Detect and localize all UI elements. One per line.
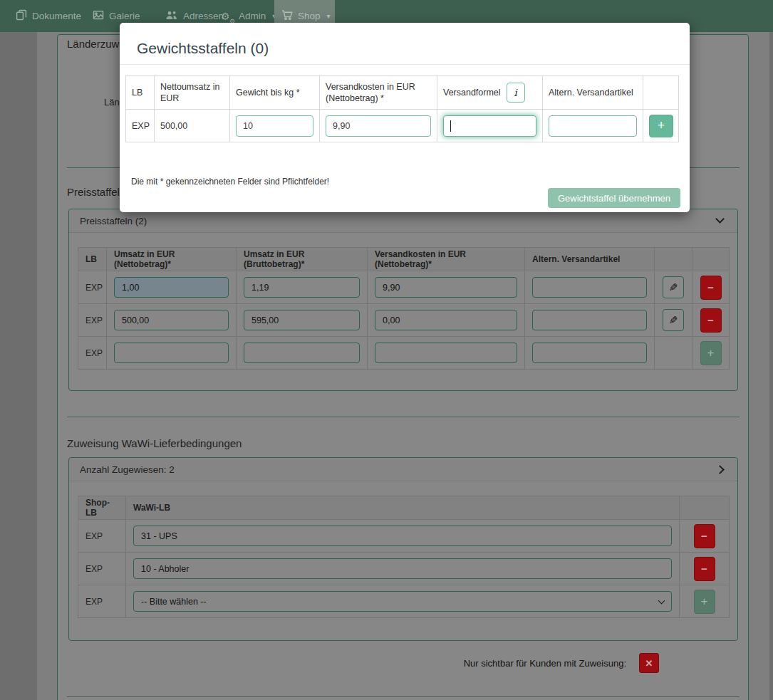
versandkosten-input[interactable] <box>375 343 517 363</box>
plus-icon: + <box>658 118 665 133</box>
wawi-accordion-header[interactable]: Anzahl Zugewiesen: 2 <box>69 458 737 481</box>
gallery-icon <box>93 9 104 23</box>
pencil-icon: ✎ <box>669 281 678 294</box>
col-header-remove <box>692 248 730 271</box>
table-row: EXP ✎ − <box>78 304 730 337</box>
info-icon: i <box>514 86 517 99</box>
altern-versandartikel-input[interactable] <box>532 310 647 330</box>
gears-icon: ⚙ ⚙ <box>221 10 234 23</box>
brutto-input[interactable] <box>244 343 360 363</box>
edit-button[interactable]: ✎ <box>663 276 684 298</box>
nav-item-label: Dokumente <box>32 11 81 21</box>
table-row: EXP + <box>78 337 730 370</box>
lb-cell: EXP <box>78 520 126 553</box>
visibility-label: Nur sichtbar für Kunden mit Zuweisung: <box>464 658 626 669</box>
x-icon: ✕ <box>645 658 653 669</box>
remove-row-button[interactable]: − <box>700 308 722 333</box>
preisstaffeln-table: LB Umsatz in EUR (Nettobetrag)* Umsatz i… <box>78 247 730 370</box>
versandkosten-input[interactable] <box>375 310 517 330</box>
gewichtsstaffeln-modal: Gewichtsstaffeln (0) LB Nettoumsatz in E… <box>120 23 690 212</box>
altern-versandartikel-input[interactable] <box>532 277 647 298</box>
altern-versandartikel-input[interactable] <box>532 343 647 363</box>
gewicht-input[interactable] <box>236 115 313 137</box>
wawi-heading: Zuweisung WaWi-Lieferbedingungen <box>67 437 242 449</box>
modal-title-divider <box>120 64 690 65</box>
divider <box>67 696 740 697</box>
col-header-altern: Altern. Versandartikel <box>543 76 643 110</box>
col-header-versandformel: Versandformel <box>443 87 501 98</box>
cart-icon <box>281 9 293 23</box>
remove-row-button[interactable]: − <box>694 524 715 548</box>
info-button[interactable]: i <box>507 83 525 103</box>
nav-item-label: Galerie <box>109 11 140 21</box>
wawi-lb-input[interactable] <box>133 558 672 579</box>
caret-down-icon: ▾ <box>327 12 331 20</box>
plus-icon: + <box>707 346 715 360</box>
col-header-edit <box>655 248 692 271</box>
col-header-lb: LB <box>126 76 155 110</box>
col-header-versand: Versandkosten in EUR (Nettobetrag)* <box>368 248 525 271</box>
documents-icon <box>16 9 27 23</box>
empty-cell <box>655 337 692 370</box>
users-icon <box>165 10 178 23</box>
visibility-row: Nur sichtbar für Kunden mit Zuweisung: ✕ <box>58 653 659 673</box>
table-row: EXP − <box>78 553 730 585</box>
wawi-card: Anzahl Zugewiesen: 2 Shop-LB WaWi-LB <box>68 457 738 641</box>
netto-input[interactable] <box>114 310 229 330</box>
minus-icon: − <box>707 281 714 293</box>
modal-title: Gewichtsstaffeln (0) <box>120 23 690 57</box>
minus-icon: − <box>707 314 714 326</box>
col-header-altern: Altern. Versandartikel <box>525 248 655 271</box>
lb-cell: EXP <box>78 271 107 304</box>
nav-item-label: Admin <box>239 11 266 21</box>
remove-row-button[interactable]: − <box>694 557 715 581</box>
lb-cell: EXP <box>78 553 126 585</box>
versandkosten-input[interactable] <box>326 115 431 137</box>
chevron-right-icon <box>715 465 725 474</box>
pencil-icon: ✎ <box>669 314 678 327</box>
lb-cell: EXP <box>126 110 155 142</box>
col-header-nettoumsatz: Nettoumsatz in EUR <box>155 76 230 110</box>
preisstaffeln-card: Preisstaffeln (2) LB Umsatz in EUR (Nett… <box>68 209 738 391</box>
text-cursor <box>450 120 451 132</box>
versandkosten-input[interactable] <box>375 277 517 298</box>
altern-versandartikel-input[interactable] <box>549 115 637 137</box>
chevron-down-icon <box>715 214 725 224</box>
lb-cell: EXP <box>78 337 107 370</box>
col-header-netto: Umsatz in EUR (Nettobetrag)* <box>107 248 237 271</box>
screen: Dokumente Galerie Adressen <box>0 0 773 700</box>
wawi-table: Shop-LB WaWi-LB EXP − EXP <box>78 496 730 618</box>
edit-button[interactable]: ✎ <box>663 309 684 331</box>
add-row-button[interactable]: + <box>700 341 722 365</box>
netto-input[interactable] <box>114 343 229 363</box>
netto-input[interactable] <box>114 277 229 298</box>
nav-item-label: Shop <box>298 11 321 21</box>
wawi-lb-input[interactable] <box>133 526 672 546</box>
table-row: EXP − <box>78 520 730 553</box>
nav-item-dokumente[interactable]: Dokumente <box>9 0 88 32</box>
preisstaffeln-accordion-header[interactable]: Preisstaffeln (2) <box>69 209 737 233</box>
versandformel-input[interactable] <box>443 115 536 137</box>
brutto-input[interactable] <box>244 277 360 298</box>
col-header-wawi-lb: WaWi-LB <box>126 496 680 520</box>
brutto-input[interactable] <box>244 310 360 330</box>
col-header-lb: LB <box>78 248 107 271</box>
chevron-down-icon <box>658 597 665 604</box>
add-row-button[interactable]: + <box>694 590 715 614</box>
lb-cell: EXP <box>78 585 126 618</box>
remove-row-button[interactable]: − <box>700 276 722 300</box>
plus-icon: + <box>701 595 708 609</box>
gewichtsstaffeln-table: LB Nettoumsatz in EUR Gewicht bis kg * V… <box>125 75 679 142</box>
wawi-lb-select[interactable]: -- Bitte wählen -- <box>133 591 672 612</box>
minus-icon: − <box>701 530 707 542</box>
visibility-toggle-button[interactable]: ✕ <box>639 653 659 673</box>
accordion-title: Preisstaffeln (2) <box>80 216 147 226</box>
divider <box>67 417 740 417</box>
nettoumsatz-cell: 500,00 <box>155 110 230 142</box>
accordion-title: Anzahl Zugewiesen: 2 <box>80 464 175 475</box>
col-header-versandkosten: Versandkosten in EUR (Nettobetrag) * <box>320 76 437 110</box>
add-row-button[interactable]: + <box>649 115 673 137</box>
col-header-action <box>680 496 730 520</box>
preisstaffeln-heading: Preisstaffeln <box>67 186 125 198</box>
apply-gewichtstaffel-button[interactable]: Gewichtstaffel übernehmen <box>548 188 680 208</box>
